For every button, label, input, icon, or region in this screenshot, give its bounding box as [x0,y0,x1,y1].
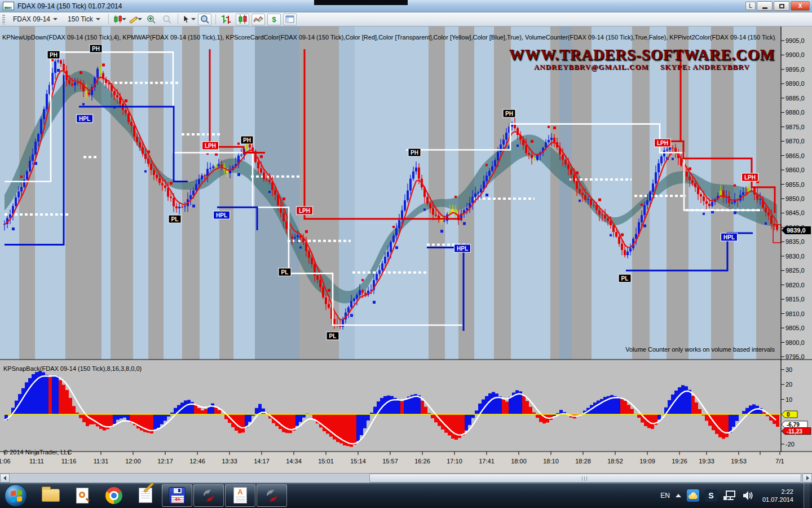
zoom-out-button[interactable] [160,14,174,25]
taskbar-save-app-button[interactable]: -64- [162,484,192,507]
svg-text:9900,0: 9900,0 [785,51,805,58]
taskbar-clock[interactable]: 2:22 01.07.2014 [762,488,793,503]
candles-style-icon [237,15,248,24]
arrow-right-icon [805,476,810,480]
svg-text:11:16: 11:16 [61,458,77,465]
svg-text:HPL: HPL [723,234,735,240]
chevron-down-icon [138,18,142,20]
svg-text:15:01: 15:01 [318,458,334,465]
taskbar-script-editor-button[interactable]: A [225,484,255,507]
svg-text:0: 0 [787,411,790,418]
account-dollar-button[interactable]: $ [267,14,281,25]
svg-text:18:10: 18:10 [543,458,559,465]
document-a-icon: A [233,487,247,503]
oscillator-parameter-label: KPSnapBack(FDAX 09-14 (150 Tick),8,16,3,… [3,365,142,372]
interval-dropdown[interactable]: 150 Tick [64,14,104,25]
cursor-icon [182,15,191,24]
taskbar-explorer-button[interactable] [36,484,66,507]
svg-text:PH: PH [50,52,58,58]
chart-area[interactable]: PHPHPHPHPHPLPLPLPLHPLHPLHPLHPLLPHLPHLPHL… [0,27,812,473]
svg-text:16:26: 16:26 [414,458,430,465]
show-hidden-icons-button[interactable] [676,494,681,497]
svg-text:20: 20 [785,381,792,388]
data-grid-button[interactable] [283,14,297,25]
notepad-icon [139,488,152,503]
system-tray: EN S 2:22 01.07.2014 [660,483,812,508]
taskbar-ninjatrader-button[interactable] [193,484,224,507]
show-desktop-button[interactable] [804,483,810,508]
chevron-down-icon [191,18,196,20]
ninjatrader-logo-icon [263,487,280,504]
bars-style-icon [221,14,232,24]
svg-text:PL: PL [621,275,629,282]
svg-text:9865,0: 9865,0 [785,152,805,159]
svg-text:9880,0: 9880,0 [785,109,805,116]
watermark-contacts: ANDREYBBRV@GMAIL.COM SKYPE: ANDREYBBRV [509,63,775,72]
scrollbar-thumb[interactable] [369,474,801,483]
chart-canvas[interactable]: PHPHPHPHPHPLPLPLPLHPLHPLHPLHPLLPHLPHLPHL… [0,27,812,473]
chart-style-line-button[interactable] [251,14,265,25]
horizontal-scrollbar[interactable] [0,473,812,483]
svg-text:LPH: LPH [657,140,668,146]
cursor-button[interactable] [182,14,196,25]
speaker-icon[interactable] [742,490,754,501]
svg-text:9860,0: 9860,0 [785,167,805,173]
window-title: FDAX 09-14 (150 Tick) 01.07.2014 [17,2,122,10]
svg-text:HPL: HPL [216,212,227,218]
svg-text:LPH: LPH [205,143,216,149]
svg-text:9825,0: 9825,0 [785,267,805,274]
chevron-down-icon [53,18,58,20]
zoom-in-button[interactable] [144,14,158,25]
doc-letter: A [237,488,242,496]
close-button[interactable]: X [791,1,810,11]
svg-text:12:17: 12:17 [157,458,173,465]
svg-text:7/1: 7/1 [775,458,784,465]
svg-text:18:52: 18:52 [607,458,623,465]
chart-style-bars-button[interactable] [220,14,233,25]
toolbar-grip[interactable] [2,15,5,24]
taskbar-chrome-button[interactable] [99,484,129,507]
restore-button[interactable] [774,1,789,11]
svg-text:PH: PH [505,111,513,117]
scroll-right-button[interactable] [802,474,812,483]
svg-text:18:28: 18:28 [575,458,591,465]
network-icon[interactable] [723,489,736,502]
folder-icon [42,489,60,502]
taskbar: -64- A E [0,483,812,508]
svg-text:PL: PL [281,269,289,275]
skype-tray-icon[interactable]: S [705,489,717,502]
minimize-button[interactable] [757,1,773,11]
svg-text:LPH: LPH [299,208,310,214]
svg-text:19:26: 19:26 [672,458,687,465]
chart-style-candles-button[interactable] [236,14,249,25]
drawing-tools-button[interactable] [129,14,142,25]
svg-text:LPH: LPH [744,174,756,181]
chart-window-icon [3,2,14,10]
svg-text:17:10: 17:10 [447,458,462,465]
instrument-label: FDAX 09-14 [13,15,50,23]
taskbar-search-button[interactable] [67,484,98,507]
chevron-down-icon [122,18,126,20]
copyright-label: © 2014 NinjaTrader, LLC [3,449,72,456]
taskbar-notepad-button[interactable] [130,484,161,507]
svg-text:15:57: 15:57 [382,458,398,465]
instrument-dropdown[interactable]: FDAX 09-14 [9,14,61,25]
lock-button[interactable]: L [745,2,756,10]
svg-text:18:00: 18:00 [511,458,527,465]
watermark-email: ANDREYBBRV@GMAIL.COM [534,63,649,71]
svg-text:-11,23: -11,23 [787,428,802,435]
svg-text:9850,0: 9850,0 [785,195,805,202]
cloud-tray-icon[interactable] [687,489,699,502]
zoom-out-icon [162,15,172,24]
svg-text:14:17: 14:17 [254,458,270,465]
pan-button[interactable] [198,14,211,25]
svg-text:9835,0: 9835,0 [785,238,805,245]
candlestick-icon [113,15,122,24]
candle-style-button[interactable] [113,14,126,25]
taskbar-ninjatrader2-button[interactable] [257,484,287,507]
scroll-left-button[interactable] [0,474,10,483]
start-button[interactable] [5,484,27,507]
desktop: FDAX 09-14 (150 Tick) 01.07.2014 L X FDA… [0,0,812,508]
svg-text:19:33: 19:33 [699,458,714,465]
language-indicator[interactable]: EN [660,492,670,500]
